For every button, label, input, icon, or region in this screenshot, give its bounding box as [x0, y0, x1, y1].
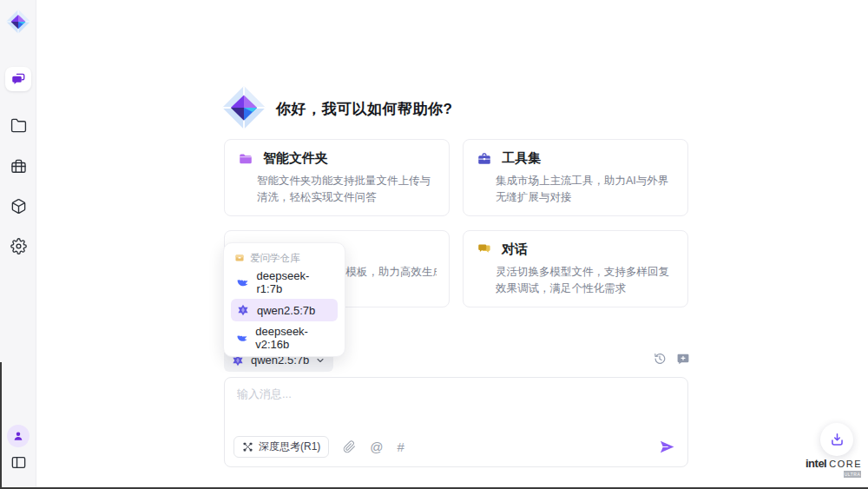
ultra-badge: ULTRA [844, 471, 861, 478]
send-icon [659, 439, 675, 455]
card-description: 智能文件夹功能支持批量文件上传与清洗，轻松实现文件问答 [238, 173, 437, 207]
panel-toggle-icon [10, 454, 27, 471]
card-description: 灵活切换多模型文件，支持多样回复效果调试，满足个性化需求 [477, 264, 675, 298]
sidebar-item-toolset[interactable] [0, 153, 36, 179]
card-toolset[interactable]: 工具集 集成市场上主流工具，助力AI与外界无缝扩展与对接 [463, 139, 688, 216]
chat-bubbles-icon [477, 241, 492, 257]
gear-icon [10, 238, 27, 254]
mention-button[interactable]: @ [370, 440, 383, 453]
paperclip-icon [343, 440, 356, 453]
greeting-logo-icon [220, 84, 267, 131]
sidebar-collapse-toggle[interactable] [0, 449, 36, 475]
model-repo-label: 爱问学仓库 [250, 252, 300, 265]
at-icon: @ [370, 440, 383, 453]
conversation-tools [653, 352, 690, 366]
briefcase-icon [10, 158, 27, 175]
window-edge-left [0, 362, 2, 489]
sidebar-item-settings[interactable] [0, 233, 36, 259]
box-icon [10, 198, 27, 215]
model-option-label: qwen2.5:7b [257, 304, 315, 317]
new-chat-icon[interactable] [676, 352, 690, 366]
message-input[interactable] [237, 387, 675, 421]
qwen-logo-icon [236, 303, 250, 317]
history-icon[interactable] [653, 352, 667, 366]
card-title: 智能文件夹 [263, 150, 328, 167]
deepseek-whale-icon [236, 275, 250, 289]
attachment-button[interactable] [343, 440, 356, 453]
card-title: 对话 [502, 241, 528, 258]
deep-think-icon [242, 441, 253, 453]
prompt-tag-button[interactable]: # [398, 440, 404, 453]
card-description: 集成市场上主流工具，助力AI与外界无缝扩展与对接 [477, 173, 675, 207]
hash-icon: # [398, 440, 404, 453]
card-conversation[interactable]: 对话 灵活切换多模型文件，支持多样回复效果调试，满足个性化需求 [463, 230, 688, 307]
sidebar-item-account[interactable] [0, 423, 36, 449]
download-icon [829, 432, 845, 448]
sidebar-item-models[interactable] [0, 193, 36, 219]
model-repo-header: 爱问学仓库 [231, 250, 338, 266]
chat-icon [10, 71, 26, 87]
deepseek-whale-icon [236, 331, 248, 345]
intel-wordmark: intel [806, 457, 826, 470]
send-button[interactable] [659, 439, 675, 455]
card-title: 工具集 [502, 150, 541, 167]
user-icon [12, 430, 24, 442]
folder-icon [10, 117, 27, 134]
model-dropdown: 爱问学仓库 deepseek-r1:7b qwen2.5:7b deepseek… [223, 242, 345, 357]
composer-toolbar: 深度思考(R1) @ # [233, 436, 675, 458]
app-logo-icon [5, 9, 31, 35]
page-title: 你好，我可以如何帮助你? [276, 99, 452, 119]
sidebar [0, 0, 36, 489]
intel-core-badge: intel CORE ULTRA [806, 457, 863, 478]
download-button[interactable] [820, 423, 853, 456]
model-option-deepseek-r1[interactable]: deepseek-r1:7b [231, 271, 338, 294]
repository-icon [234, 253, 245, 263]
briefcase-icon [477, 151, 492, 167]
core-wordmark: CORE [829, 459, 862, 469]
deep-think-label: 深度思考(R1) [259, 439, 320, 454]
app-window: 你好，我可以如何帮助你? 智能文件夹 智能文件夹功能支持批量文件上传与清洗，轻松… [0, 0, 868, 489]
sidebar-item-chat[interactable] [5, 67, 31, 91]
card-smart-folder[interactable]: 智能文件夹 智能文件夹功能支持批量文件上传与清洗，轻松实现文件问答 [224, 139, 450, 216]
folder-icon [238, 151, 253, 167]
message-composer: 深度思考(R1) @ # [224, 377, 688, 467]
avatar [7, 425, 30, 447]
model-option-label: deepseek-r1:7b [257, 269, 333, 295]
model-option-label: deepseek-v2:16b [255, 325, 332, 351]
sidebar-item-folders[interactable] [0, 112, 36, 138]
deep-think-toggle[interactable]: 深度思考(R1) [233, 436, 329, 458]
model-option-qwen[interactable]: qwen2.5:7b [231, 299, 338, 321]
model-option-deepseek-v2[interactable]: deepseek-v2:16b [231, 327, 338, 349]
